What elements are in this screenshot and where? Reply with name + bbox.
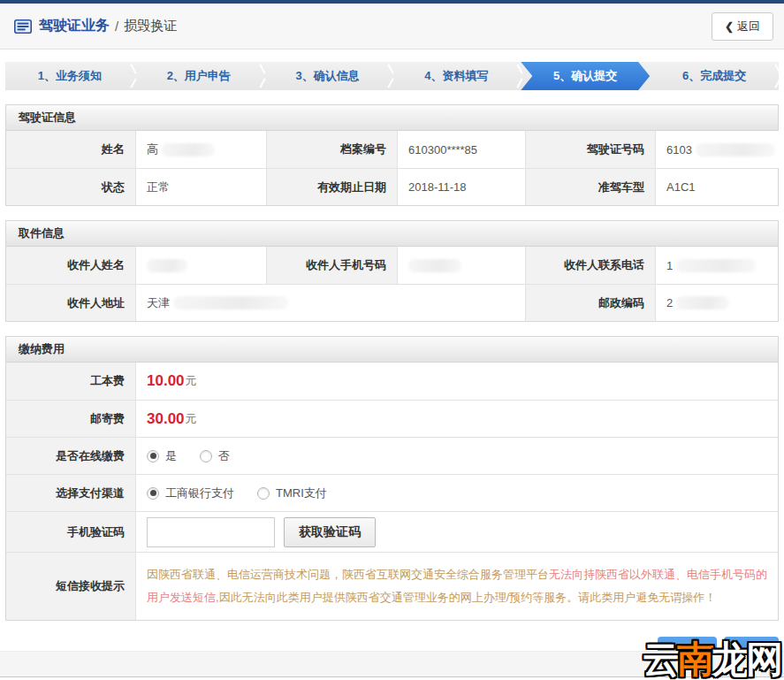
- sms-notice-text: 因陕西省联通、电信运营商技术问题，陕西省互联网交通安全综合服务管理平台无法向持陕…: [135, 552, 778, 620]
- recipient-phone-value: 1: [655, 247, 778, 284]
- back-button-label: 返回: [737, 19, 760, 34]
- online-pay-no-radio[interactable]: 否: [200, 448, 230, 464]
- expiry-value: 2018-11-18: [397, 168, 525, 205]
- license-section-title: 驾驶证信息: [6, 105, 778, 131]
- footer-bar: [0, 651, 784, 677]
- license-no-value: 6103: [655, 131, 784, 168]
- radio-selected-icon: [147, 487, 159, 500]
- redaction-blur: [173, 296, 288, 309]
- work-fee-label: 工本费: [6, 363, 135, 400]
- sms-code-input[interactable]: [147, 517, 275, 547]
- step-2-declaration[interactable]: 2、用户申告: [134, 62, 263, 90]
- status-value: 正常: [135, 168, 266, 205]
- recipient-address-value: 天津: [135, 284, 525, 321]
- vehicle-class-value: A1C1: [655, 168, 778, 205]
- title-separator: /: [115, 19, 118, 34]
- radio-selected-icon: [147, 450, 159, 462]
- step-breadcrumb: 1、业务须知 2、用户申告 3、确认信息 4、资料填写 5、确认提交 6、完成提…: [5, 62, 779, 90]
- name-value: 高: [135, 131, 266, 168]
- recipient-mobile-value: [397, 247, 525, 284]
- step-5-confirm-submit[interactable]: 5、确认提交: [521, 62, 650, 90]
- sms-notice-label: 短信接收提示: [6, 552, 135, 620]
- recipient-mobile-label: 收件人手机号码: [266, 247, 397, 284]
- post-fee-value: 30.00 元: [135, 400, 778, 437]
- sms-code-label: 手机验证码: [6, 511, 135, 552]
- payment-section: 缴纳费用 工本费 10.00 元 邮寄费 30.00 元 是否在线缴费 是 否: [5, 336, 779, 621]
- redaction-blur: [676, 296, 729, 309]
- name-label: 姓名: [6, 131, 135, 168]
- file-no-label: 档案编号: [266, 131, 397, 168]
- step-4-fill-data[interactable]: 4、资料填写: [392, 62, 521, 90]
- postcode-label: 邮政编码: [525, 284, 655, 321]
- tmri-pay-radio[interactable]: TMRI支付: [257, 485, 327, 501]
- radio-unselected-icon: [200, 450, 212, 462]
- work-fee-amount: 10.00: [147, 372, 185, 390]
- work-fee-unit: 元: [186, 373, 197, 389]
- redaction-blur: [147, 259, 187, 272]
- step-6-complete[interactable]: 6、完成提交: [650, 62, 779, 90]
- page-subtitle: 损毁换证: [124, 18, 177, 34]
- pickup-info-section: 取件信息 收件人姓名 收件人手机号码 收件人联系电话 1 收件人地址 天津 邮政…: [5, 220, 779, 322]
- page-title: 驾驶证业务: [39, 17, 110, 35]
- vehicle-class-label: 准驾车型: [525, 168, 655, 205]
- redaction-blur: [408, 259, 461, 272]
- post-fee-amount: 30.00: [147, 410, 185, 428]
- status-label: 状态: [6, 168, 135, 205]
- recipient-phone-label: 收件人联系电话: [525, 247, 655, 284]
- redaction-blur: [162, 143, 215, 157]
- step-3-confirm-info[interactable]: 3、确认信息: [263, 62, 392, 90]
- expiry-label: 有效期止日期: [266, 168, 397, 205]
- file-no-value: 610300****85: [397, 131, 525, 168]
- online-pay-radio-group: 是 否: [147, 448, 230, 464]
- online-pay-label: 是否在线缴费: [6, 437, 135, 474]
- payment-section-title: 缴纳费用: [6, 337, 778, 363]
- pickup-section-title: 取件信息: [6, 221, 778, 247]
- license-no-label: 驾驶证号码: [525, 131, 655, 168]
- step-1-notice[interactable]: 1、业务须知: [5, 62, 134, 90]
- post-fee-unit: 元: [186, 411, 197, 427]
- pay-channel-radio-group: 工商银行支付 TMRI支付: [147, 485, 327, 501]
- postcode-value: 2: [655, 284, 778, 321]
- get-sms-code-button[interactable]: 获取验证码: [284, 517, 376, 547]
- radio-unselected-icon: [257, 487, 270, 500]
- redaction-blur: [696, 143, 775, 157]
- list-form-icon: [14, 19, 32, 34]
- recipient-name-label: 收件人姓名: [6, 247, 135, 284]
- page-header: 驾驶证业务 / 损毁换证 ❮ 返回: [0, 4, 784, 50]
- post-fee-label: 邮寄费: [6, 400, 135, 437]
- recipient-name-value: [135, 247, 266, 284]
- back-button[interactable]: ❮ 返回: [712, 12, 773, 41]
- recipient-address-label: 收件人地址: [6, 284, 135, 321]
- pay-channel-label: 选择支付渠道: [6, 474, 135, 511]
- online-pay-yes-radio[interactable]: 是: [147, 448, 177, 464]
- work-fee-value: 10.00 元: [135, 363, 778, 400]
- back-chevron-icon: ❮: [725, 20, 734, 33]
- icbc-pay-radio[interactable]: 工商银行支付: [147, 485, 234, 501]
- redaction-blur: [676, 259, 756, 272]
- license-info-section: 驾驶证信息 姓名 高 档案编号 610300****85 驾驶证号码 6103 …: [5, 104, 779, 206]
